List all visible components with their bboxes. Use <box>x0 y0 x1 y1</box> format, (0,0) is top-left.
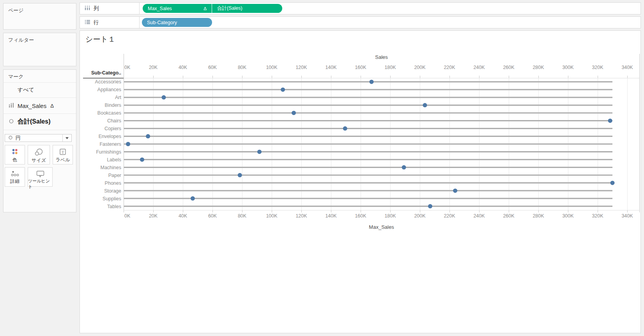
pages-shelf-title: ページ <box>4 4 76 14</box>
pill-label: Max_Sales <box>148 6 172 11</box>
bottom-axis-tick-label: 240K <box>473 213 485 219</box>
chevron-down-icon <box>65 137 69 139</box>
category-label[interactable]: Phones <box>105 180 121 186</box>
category-label[interactable]: Envelopes <box>99 134 121 139</box>
detail-button-label: 詳細 <box>10 178 19 185</box>
category-label[interactable]: Machines <box>101 165 122 170</box>
category-label[interactable]: Labels <box>107 157 121 163</box>
top-axis-tick-label: 0K <box>124 65 131 70</box>
rows-pill-area: Sub-Category <box>140 17 640 28</box>
pill-合計(Sales)[interactable]: 合計(Sales) <box>212 4 282 13</box>
row-header-label[interactable]: Sub-Catego.. <box>91 70 121 76</box>
marks-tab-all[interactable]: すべて <box>4 83 76 98</box>
sales-dot[interactable] <box>610 181 615 185</box>
category-label[interactable]: Bookcases <box>97 110 121 116</box>
bottom-axis-tick-label: 160K <box>355 213 366 219</box>
top-axis-tick-label: 60K <box>208 65 217 70</box>
sales-dot[interactable] <box>162 95 166 99</box>
rows-shelf-text: 行 <box>94 19 99 26</box>
top-axis-tick-label: 340K <box>621 65 633 70</box>
top-axis-tick-label: 20K <box>149 65 158 70</box>
size-icon <box>34 148 43 157</box>
delta-indicator: Δ <box>50 103 54 109</box>
sales-dot[interactable] <box>238 173 242 177</box>
bottom-axis-tick-label: 180K <box>384 213 396 219</box>
columns-shelf[interactable]: 列 Max_SalesΔ合計(Sales) <box>80 2 641 14</box>
top-axis-tick-label: 280K <box>533 65 544 70</box>
bottom-axis-tick-label: 340K <box>621 213 633 219</box>
category-label[interactable]: Fasteners <box>99 141 121 147</box>
pages-shelf[interactable]: ページ <box>3 3 76 30</box>
sales-dot[interactable] <box>292 111 296 115</box>
bottom-axis-tick-label: 320K <box>592 213 603 219</box>
tooltip-button[interactable]: ツールヒント <box>28 167 53 187</box>
category-label[interactable]: Supplies <box>103 196 121 202</box>
sales-dot[interactable] <box>191 196 195 201</box>
size-button[interactable]: サイズ <box>28 145 50 164</box>
bottom-axis-title: Max_Sales <box>369 224 394 230</box>
pill-label: Sub-Category <box>147 20 177 25</box>
bottom-axis-tick-label: 280K <box>533 213 544 219</box>
sales-dot[interactable] <box>608 118 612 123</box>
bottom-axis-tick-label: 300K <box>562 213 574 219</box>
mark-type-dropdown[interactable]: 円 <box>5 134 72 142</box>
category-label[interactable]: Accessories <box>95 79 121 85</box>
top-axis-tick-label: 140K <box>325 65 337 70</box>
label-button[interactable]: T ラベル <box>53 145 73 164</box>
circle-icon <box>9 118 14 126</box>
mark-type-value: 円 <box>16 134 21 141</box>
top-axis-tick-label: 160K <box>355 65 366 70</box>
category-label[interactable]: Copiers <box>104 126 121 131</box>
top-axis-tick-label: 80K <box>238 65 247 70</box>
bottom-axis-tick-label: 0K <box>124 213 131 219</box>
bottom-axis-tick-label: 220K <box>444 213 455 219</box>
sales-dot[interactable] <box>257 150 262 154</box>
circle-icon <box>8 135 13 141</box>
color-button[interactable]: 色 <box>5 145 25 164</box>
top-axis-tick-label: 120K <box>295 65 307 70</box>
pill-Max_Sales[interactable]: Max_SalesΔ <box>143 4 212 13</box>
tableau-workspace: ページ フィルター マーク すべて Max_Sales Δ <box>0 0 644 336</box>
label-button-label: ラベル <box>56 157 70 163</box>
sheet-title[interactable]: シート１ <box>85 34 115 44</box>
columns-shelf-label: 列 <box>80 3 140 14</box>
sales-dot[interactable] <box>140 157 144 162</box>
filters-shelf[interactable]: フィルター <box>3 33 76 66</box>
sales-dot[interactable] <box>126 142 130 146</box>
marks-tab-all-label: すべて <box>18 87 34 94</box>
category-label[interactable]: Chairs <box>107 118 121 124</box>
sales-dot[interactable] <box>453 189 457 193</box>
sales-dot[interactable] <box>428 204 432 209</box>
category-label[interactable]: Art <box>115 95 122 100</box>
rows-shelf[interactable]: 行 Sub-Category <box>80 16 641 28</box>
top-axis-tick-label: 320K <box>592 65 603 70</box>
bottom-axis-tick-label: 140K <box>325 213 337 219</box>
filters-shelf-title: フィルター <box>4 33 76 44</box>
chart-canvas[interactable]: 0K20K40K60K80K100K120K140K160K180K200K22… <box>80 31 640 333</box>
bottom-axis-tick-label: 80K <box>238 213 247 219</box>
category-label[interactable]: Paper <box>108 173 121 178</box>
top-axis-tick-label: 180K <box>384 65 396 70</box>
category-label[interactable]: Storage <box>104 188 121 194</box>
detail-button[interactable]: 詳細 <box>5 167 25 187</box>
marks-tab-sum-sales[interactable]: 合計(Sales) <box>4 114 76 130</box>
category-label[interactable]: Binders <box>105 103 121 108</box>
sales-dot[interactable] <box>370 80 374 84</box>
columns-shelf-text: 列 <box>94 5 99 12</box>
dropdown-caret-button[interactable] <box>62 134 71 141</box>
sales-dot[interactable] <box>281 87 285 92</box>
category-label[interactable]: Furnishings <box>96 149 121 155</box>
sales-dot[interactable] <box>343 126 347 131</box>
sales-dot[interactable] <box>146 134 150 138</box>
color-icon <box>11 148 19 157</box>
sales-dot[interactable] <box>402 165 406 170</box>
top-axis-tick-label: 300K <box>562 65 574 70</box>
sales-dot[interactable] <box>423 103 427 107</box>
top-axis-title: Sales <box>375 54 388 60</box>
top-axis-tick-label: 100K <box>266 65 278 70</box>
category-label[interactable]: Appliances <box>97 87 121 92</box>
bottom-axis-tick-label: 40K <box>179 213 188 219</box>
marks-tab-max-sales[interactable]: Max_Sales Δ <box>4 98 76 114</box>
category-label[interactable]: Tables <box>107 204 121 209</box>
pill-Sub-Category[interactable]: Sub-Category <box>142 18 212 27</box>
